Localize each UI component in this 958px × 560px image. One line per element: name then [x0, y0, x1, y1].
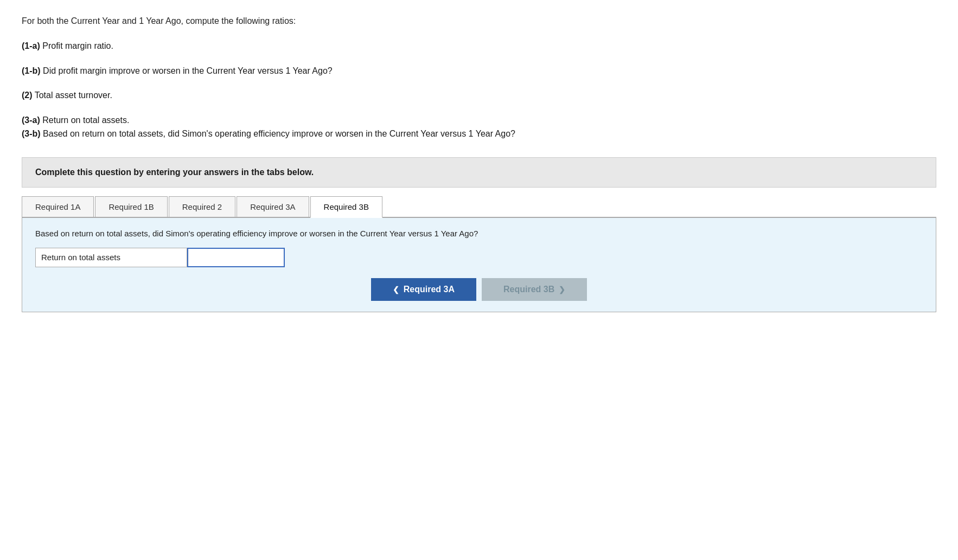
q1b-label: (1-b)	[22, 66, 41, 75]
prev-button[interactable]: Required 3A	[371, 278, 476, 301]
tab-required-3b[interactable]: Required 3B	[310, 196, 382, 218]
next-button-label: Required 3B	[503, 285, 554, 294]
q3b-text: Based on return on total assets, did Sim…	[43, 129, 515, 138]
tab-required-3a[interactable]: Required 3A	[237, 196, 309, 217]
complete-box-text: Complete this question by entering your …	[35, 168, 923, 177]
q1b-text: Did profit margin improve or worsen in t…	[43, 66, 333, 75]
chevron-left-icon	[393, 285, 399, 294]
chevron-right-icon	[559, 285, 565, 294]
prev-button-label: Required 3A	[404, 285, 455, 294]
question-2: (2) Total asset turnover.	[22, 88, 936, 102]
tab-required-2[interactable]: Required 2	[169, 196, 235, 217]
answer-input[interactable]	[187, 248, 285, 267]
q3a-label: (3-a)	[22, 115, 40, 125]
tab-content-3b: Based on return on total assets, did Sim…	[22, 218, 936, 312]
tab-required-1a[interactable]: Required 1A	[22, 196, 94, 217]
q2-label: (2)	[22, 91, 33, 100]
next-button[interactable]: Required 3B	[482, 278, 587, 301]
tab-description: Based on return on total assets, did Sim…	[35, 229, 923, 238]
q2-text: Total asset turnover.	[35, 91, 112, 100]
question-3a: (3-a) Return on total assets. (3-b) Base…	[22, 113, 936, 141]
complete-box: Complete this question by entering your …	[22, 157, 936, 188]
nav-buttons: Required 3A Required 3B	[35, 278, 923, 301]
answer-row: Return on total assets	[35, 248, 923, 267]
q3b-label: (3-b)	[22, 129, 41, 138]
q3a-text: Return on total assets.	[42, 115, 129, 125]
intro-text: For both the Current Year and 1 Year Ago…	[22, 16, 936, 26]
answer-label: Return on total assets	[35, 248, 187, 267]
q1a-label: (1-a)	[22, 41, 40, 50]
q1a-text: Profit margin ratio.	[42, 41, 113, 50]
tab-required-1b[interactable]: Required 1B	[95, 196, 167, 217]
tabs-container: Required 1A Required 1B Required 2 Requi…	[22, 196, 936, 218]
question-1a: (1-a) Profit margin ratio.	[22, 39, 936, 53]
question-1b: (1-b) Did profit margin improve or worse…	[22, 64, 936, 78]
